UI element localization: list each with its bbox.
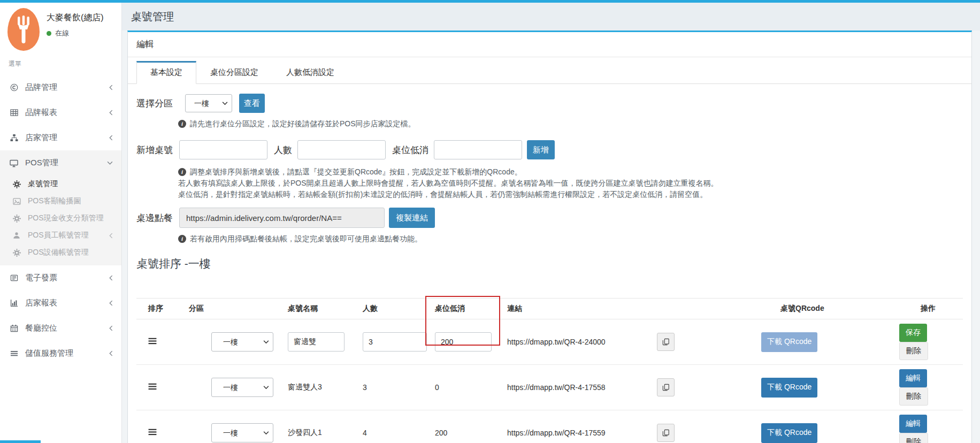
add-table-hints: i 調整桌號排序與新增桌號後，請點選『提交並更新QRcode』按鈕，完成設定並下… [178, 166, 963, 200]
sidebar-item-store-reports[interactable]: 店家報表 [0, 291, 121, 316]
sidebar-item-store-management[interactable]: 店家管理 [0, 125, 121, 150]
sidebar-item-pos-device-accounts[interactable]: POS設備帳號管理 [0, 244, 121, 261]
cell-copy [653, 319, 757, 365]
new-table-people-input[interactable] [297, 140, 386, 159]
gear-icon [11, 180, 22, 188]
info-icon: i [178, 168, 186, 176]
sidebar-item-pos-carousel[interactable]: POS客顯輪播圖 [0, 193, 121, 210]
brand-logo [7, 8, 40, 51]
cell-qrcode: 下載 QRcode [757, 410, 891, 443]
user-icon [11, 232, 22, 239]
table-sort-section: 排序分區桌號名稱人數桌位低消連結桌號QRcode操作 一樓https://dma… [136, 298, 963, 443]
delete-button[interactable]: 刪除 [899, 342, 928, 360]
add-button[interactable]: 新增 [527, 140, 555, 159]
top-accent-bar [0, 0, 980, 3]
tab-people-minspend-settings[interactable]: 人數低消設定 [272, 61, 348, 84]
copy-link-button[interactable] [657, 424, 675, 442]
table-name-text: 沙發四人1 [288, 428, 322, 437]
sidebar-item-restaurant-seating[interactable]: 餐廳控位 [0, 316, 121, 341]
view-button[interactable]: 查看 [239, 94, 265, 113]
table-icon [9, 109, 19, 117]
sidebar-item-label: POS客顯輪播圖 [28, 196, 81, 206]
sidebar-item-label: 店家報表 [25, 298, 57, 308]
zone-select[interactable]: 一樓 [185, 94, 232, 112]
zone-select-row: 選擇分區 一樓 查看 [136, 94, 963, 113]
minspend-input[interactable] [435, 332, 492, 352]
chevron-left-icon [109, 350, 113, 356]
basic-settings-panel: 選擇分區 一樓 查看 i 請先進行桌位分區設定，設定好後請儲存並於POS同步店家… [128, 84, 971, 245]
qrorder-url-input[interactable] [179, 208, 385, 228]
brand: 大麥餐飲(總店) 在線 [0, 3, 121, 51]
col-copy-header [653, 299, 757, 319]
cell-minspend [431, 319, 503, 365]
sidebar-item-e-invoice[interactable]: 電子發票 [0, 265, 121, 291]
col-link-header: 連結 [503, 299, 653, 319]
save-button[interactable]: 保存 [899, 324, 927, 342]
col-qrcode-header: 桌號QRcode [757, 299, 891, 319]
sidebar: 大麥餐飲(總店) 在線 選單 品牌管理品牌報表店家管理POS管理桌號管理POS客… [0, 3, 122, 443]
zone-select-label: 選擇分區 [136, 97, 179, 110]
page-title: 桌號管理 [131, 10, 174, 24]
chevron-left-icon [109, 110, 113, 116]
copy-link-button[interactable] [657, 333, 675, 351]
drag-handle-icon[interactable] [148, 383, 157, 390]
sidebar-item-table-management[interactable]: 桌號管理 [0, 175, 121, 193]
page-header: 桌號管理 [122, 3, 980, 30]
edit-button[interactable]: 編輯 [899, 415, 927, 433]
qrorder-row: 桌邊點餐 複製連結 [136, 208, 963, 228]
chevron-left-icon [109, 233, 113, 239]
minspend-text: 0 [435, 383, 439, 392]
sidebar-item-label: 品牌報表 [25, 108, 57, 118]
qrorder-hint: i 若有啟用內用掃碼點餐後結帳，設定完桌號後即可使用桌邊點餐功能。 [178, 233, 963, 245]
copy-link-button[interactable] [657, 378, 675, 396]
sidebar-item-label: 品牌管理 [25, 82, 57, 93]
chevron-left-icon [109, 300, 113, 306]
delete-button[interactable]: 刪除 [899, 387, 928, 406]
main-area: 桌號管理 編輯 基本設定桌位分區設定人數低消設定 選擇分區 一樓 查看 i 請先… [122, 3, 980, 443]
online-status: 在線 [47, 28, 104, 38]
sidebar-item-pos-management[interactable]: POS管理 [0, 150, 121, 175]
new-table-name-input[interactable] [179, 140, 267, 159]
people-input[interactable] [363, 332, 427, 352]
copy-link-button[interactable]: 複製連結 [389, 208, 435, 228]
download-qrcode-button[interactable]: 下載 QRcode [761, 423, 817, 443]
sidebar-item-brand-reports[interactable]: 品牌報表 [0, 100, 121, 125]
sidebar-item-label: POS員工帳號管理 [28, 231, 89, 240]
row-zone-select[interactable]: 一樓 [211, 332, 273, 352]
delete-button[interactable]: 刪除 [899, 433, 928, 443]
download-qrcode-button[interactable]: 下載 QRcode [761, 332, 817, 352]
cell-link: https://dmapp.tw/QR-4-17558 [503, 365, 653, 410]
chevron-down-icon [107, 161, 113, 165]
cell-table-name: 沙發四人1 [284, 410, 358, 443]
cell-copy [653, 410, 757, 443]
tab-zone-settings[interactable]: 桌位分區設定 [196, 61, 272, 84]
desktop-icon [9, 159, 19, 167]
cell-sort [136, 365, 185, 410]
card-title: 編輯 [128, 32, 971, 57]
row-zone-select-wrapper: 一樓 [211, 378, 273, 397]
download-qrcode-button[interactable]: 下載 QRcode [761, 378, 817, 398]
online-status-label: 在線 [55, 28, 69, 38]
row-zone-select[interactable]: 一樓 [211, 378, 273, 397]
edit-button[interactable]: 編輯 [899, 369, 927, 387]
row-zone-select[interactable]: 一樓 [211, 423, 273, 442]
sidebar-item-label: POS管理 [25, 158, 58, 168]
sidebar-item-label: 店家管理 [25, 133, 57, 143]
new-table-minspend-input[interactable] [434, 140, 522, 159]
sitemap-icon [9, 134, 19, 142]
sidebar-item-pos-staff-accounts[interactable]: POS員工帳號管理 [0, 227, 121, 244]
sidebar-item-stored-value-services[interactable]: 儲值服務管理 [0, 341, 121, 366]
col-minspend-header: 桌位低消 [431, 299, 503, 319]
table-name-input[interactable] [288, 332, 344, 352]
sidebar-item-pos-cash-category[interactable]: POS現金收支分類管理 [0, 210, 121, 227]
drag-handle-icon[interactable] [148, 338, 157, 345]
col-zone-header: 分區 [185, 299, 284, 319]
info-icon: i [178, 235, 186, 243]
online-status-dot [47, 31, 51, 36]
gear-icon [11, 249, 22, 257]
drag-handle-icon[interactable] [148, 429, 157, 436]
edit-card: 編輯 基本設定桌位分區設定人數低消設定 選擇分區 一樓 查看 i 請先進行桌位分… [127, 30, 972, 443]
sidebar-item-brand-management[interactable]: 品牌管理 [0, 75, 121, 100]
chevron-left-icon [109, 325, 113, 331]
tab-basic-settings[interactable]: 基本設定 [136, 61, 196, 84]
